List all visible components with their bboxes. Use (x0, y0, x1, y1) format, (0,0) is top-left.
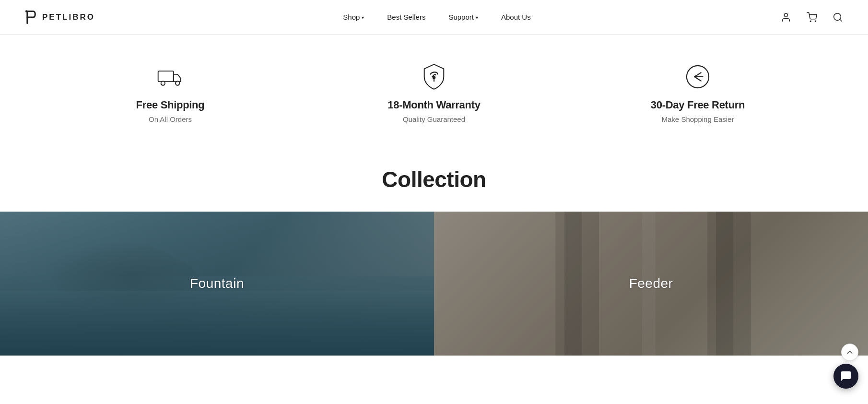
chevron-up-icon (845, 348, 854, 356)
return-icon (684, 63, 711, 90)
nav-support[interactable]: Support ▾ (448, 13, 478, 21)
svg-point-0 (25, 10, 27, 12)
return-subtitle: Make Shopping Easier (662, 115, 734, 123)
feature-shipping: Free Shipping On All Orders (38, 63, 302, 123)
collection-card-feeder[interactable]: Feeder (434, 212, 868, 356)
nav-shop[interactable]: Shop ▾ (343, 13, 364, 21)
svg-point-7 (161, 81, 165, 85)
shipping-subtitle: On All Orders (149, 115, 192, 123)
search-icon[interactable] (831, 10, 845, 24)
nav-about-us[interactable]: About Us (501, 13, 531, 21)
cart-icon[interactable] (805, 10, 819, 24)
collection-section: Collection Fountain Feeder (0, 147, 868, 356)
header: PETLIBRO Shop ▾ Best Sellers Support ▾ A… (0, 0, 868, 35)
svg-line-5 (840, 19, 842, 21)
warranty-subtitle: Quality Guaranteed (403, 115, 465, 123)
svg-point-8 (176, 81, 179, 85)
support-chevron-icon: ▾ (476, 15, 478, 20)
account-icon[interactable] (779, 10, 793, 24)
features-section: Free Shipping On All Orders 18-Month War… (0, 35, 868, 147)
main-nav: Shop ▾ Best Sellers Support ▾ About Us (343, 13, 530, 21)
fountain-label: Fountain (190, 276, 244, 291)
feeder-label: Feeder (629, 276, 673, 291)
collection-heading: Collection (0, 166, 868, 192)
collection-grid: Fountain Feeder (0, 212, 868, 356)
header-icons (779, 10, 845, 24)
svg-point-1 (784, 13, 787, 16)
feature-warranty: 18-Month Warranty Quality Guaranteed (302, 63, 566, 123)
logo-icon (23, 10, 38, 25)
svg-point-2 (810, 21, 811, 22)
shipping-title: Free Shipping (136, 99, 205, 111)
return-title: 30-Day Free Return (651, 99, 745, 111)
svg-rect-6 (158, 71, 174, 82)
warranty-title: 18-Month Warranty (387, 99, 480, 111)
logo[interactable]: PETLIBRO (23, 10, 95, 25)
svg-point-3 (815, 21, 816, 22)
collection-card-fountain[interactable]: Fountain (0, 212, 434, 356)
brand-name: PETLIBRO (42, 12, 95, 22)
nav-best-sellers[interactable]: Best Sellers (387, 13, 425, 21)
feature-return: 30-Day Free Return Make Shopping Easier (566, 63, 830, 123)
warranty-icon (421, 63, 447, 90)
truck-icon (157, 63, 184, 90)
shop-chevron-icon: ▾ (362, 15, 364, 20)
